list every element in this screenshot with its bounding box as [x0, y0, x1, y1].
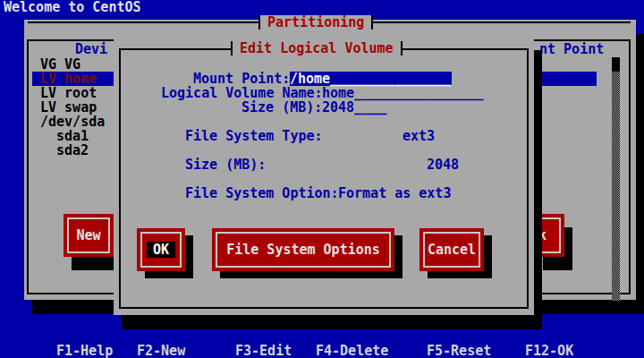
column-header-mount-point: nt Point [539, 42, 604, 56]
scrollbar-thumb[interactable] [612, 57, 620, 72]
welcome-text: Welcome to CentOS [4, 0, 141, 14]
fs-options-button-label: File System Options [212, 243, 394, 257]
edit-logical-volume-dialog: Edit Logical Volume Mount Point: /home__… [114, 36, 534, 315]
list-item-sda2[interactable]: sda2 [56, 143, 89, 158]
lv-name-label: Logical Volume Name: [161, 86, 323, 100]
fs-type-label: File System Type: [185, 129, 323, 143]
help-f4: F4-Delete [316, 344, 388, 358]
cancel-button-label: Cancel [419, 243, 484, 257]
help-f12: F12-OK [525, 344, 573, 358]
fs-options-button[interactable]: File System Options [212, 228, 394, 271]
size-label: Size (MB): [242, 100, 322, 115]
size-info-value: 2048 [427, 158, 459, 172]
ok-button-label: OK [147, 242, 175, 258]
list-item-lv-root[interactable]: LV root [40, 86, 97, 100]
size-input[interactable]: 2048____ [322, 100, 386, 115]
mount-point-label: Mount Point: [193, 72, 290, 86]
fs-option-value: Format as ext3 [338, 186, 451, 200]
list-item-lv-home-selected-fragment [539, 72, 597, 86]
ok-button[interactable]: OK [137, 228, 185, 271]
column-header-device: Devi [75, 42, 107, 56]
help-f5: F5-Reset [427, 344, 491, 358]
cancel-button[interactable]: Cancel [419, 228, 484, 271]
list-item-label: LV home [40, 72, 97, 86]
help-f2: F2-New [137, 344, 185, 358]
mount-point-input[interactable]: /home_______________ [290, 72, 452, 86]
dialog-title: Edit Logical Volume [231, 41, 402, 55]
help-f1: F1-Help [56, 344, 113, 358]
lv-name-input[interactable]: home________________ [322, 86, 484, 100]
scrollbar-track[interactable] [612, 57, 620, 301]
help-f3: F3-Edit [235, 344, 292, 358]
list-item-dev-sda[interactable]: /dev/sda [40, 115, 105, 129]
list-item-lv-swap[interactable]: LV swap [40, 100, 97, 115]
fs-type-value: ext3 [402, 129, 435, 143]
new-button[interactable]: New [64, 214, 114, 257]
list-item-sda1[interactable]: sda1 [56, 129, 89, 143]
size-info-label: Size (MB): [185, 158, 266, 172]
new-button-label: New [64, 228, 114, 243]
console-screen: Welcome to CentOS Partitioning Devi nt P… [0, 0, 644, 358]
list-item-vg-vg[interactable]: VG VG [40, 57, 80, 72]
partitioning-window-title: Partitioning [258, 15, 373, 30]
fs-option-label: File System Option: [185, 186, 339, 200]
